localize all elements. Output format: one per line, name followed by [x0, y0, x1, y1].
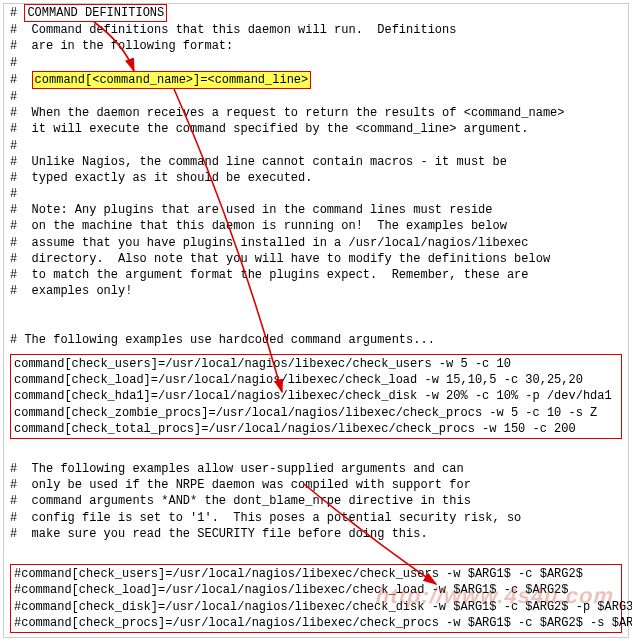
para4-line4: # directory. Also note that you will hav…	[10, 251, 622, 267]
command-format-highlight: command[<command_name>]=<command_line>	[32, 71, 312, 89]
command-block-2: #command[check_users]=/usr/local/nagios/…	[10, 564, 622, 633]
section1-title: # The following examples use hardcoded c…	[10, 332, 622, 348]
section2-line4: # config file is set to '1'. This poses …	[10, 510, 622, 526]
blank-line	[10, 299, 622, 315]
para3-line2: # typed exactly as it should be executed…	[10, 170, 622, 186]
format-line: # command[<command_name>]=<command_line>	[10, 71, 622, 89]
hash-line: #	[10, 89, 622, 105]
hash: #	[10, 6, 17, 20]
para2-line2: # it will execute the command specified …	[10, 121, 622, 137]
cmd-line: command[check_users]=/usr/local/nagios/l…	[14, 356, 618, 372]
cmd-line: command[check_zombie_procs]=/usr/local/n…	[14, 405, 618, 421]
cmd-line: command[check_hda1]=/usr/local/nagios/li…	[14, 388, 618, 404]
para4-line5: # to match the argument format the plugi…	[10, 267, 622, 283]
cmd-line: #command[check_users]=/usr/local/nagios/…	[14, 566, 618, 582]
para4-line3: # assume that you have plugins installed…	[10, 235, 622, 251]
para4-line6: # examples only!	[10, 283, 622, 299]
hash-line: #	[10, 55, 622, 71]
section2-line3: # command arguments *AND* the dont_blame…	[10, 493, 622, 509]
cmd-line: command[check_load]=/usr/local/nagios/li…	[14, 372, 618, 388]
para4-line2: # on the machine that this daemon is run…	[10, 218, 622, 234]
command-block-1: command[check_users]=/usr/local/nagios/l…	[10, 354, 622, 439]
intro-line-2: # are in the following format:	[10, 38, 622, 54]
cmd-line: #command[check_procs]=/usr/local/nagios/…	[14, 615, 618, 631]
section2-line2: # only be used if the NRPE daemon was co…	[10, 477, 622, 493]
title-text: COMMAND DEFINITIONS	[27, 6, 164, 20]
para4-line1: # Note: Any plugins that are used in the…	[10, 202, 622, 218]
hash-line: #	[10, 186, 622, 202]
format-prefix: #	[10, 73, 32, 87]
blank-line	[10, 316, 622, 332]
intro-line-1: # Command definitions that this daemon w…	[10, 22, 622, 38]
header-line: # COMMAND DEFINITIONS	[10, 4, 622, 22]
hash-line: #	[10, 138, 622, 154]
title-highlight: COMMAND DEFINITIONS	[24, 4, 167, 22]
command-format-text: command[<command_name>]=<command_line>	[35, 73, 309, 87]
config-document: # COMMAND DEFINITIONS # Command definiti…	[3, 3, 629, 638]
para3-line1: # Unlike Nagios, the command line cannot…	[10, 154, 622, 170]
blank-line	[10, 542, 622, 558]
para2-line1: # When the daemon receives a request to …	[10, 105, 622, 121]
cmd-line: command[check_total_procs]=/usr/local/na…	[14, 421, 618, 437]
cmd-line: #command[check_disk]=/usr/local/nagios/l…	[14, 599, 618, 615]
cmd-line: #command[check_load]=/usr/local/nagios/l…	[14, 582, 618, 598]
section2-line5: # make sure you read the SECURITY file b…	[10, 526, 622, 542]
blank-line	[10, 445, 622, 461]
section2-line1: # The following examples allow user-supp…	[10, 461, 622, 477]
